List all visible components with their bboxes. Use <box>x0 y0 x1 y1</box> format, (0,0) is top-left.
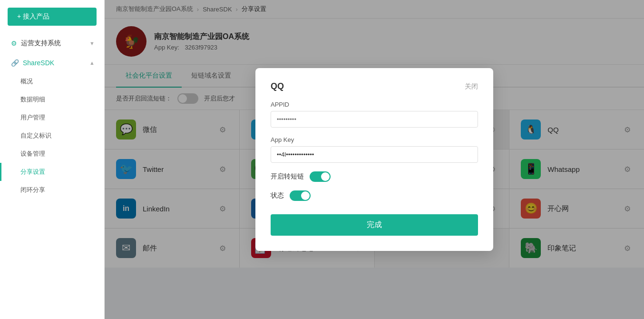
expand-icon: ▼ <box>89 40 95 46</box>
modal-close-btn[interactable]: 关闭 <box>465 82 478 91</box>
modal-status-row: 状态 <box>271 190 478 201</box>
sidebar: + 接入产品 ⚙ 运营支持系统 ▼ 🔗 ShareSDK ▲ 概况 数据明细 用… <box>0 0 105 319</box>
sidebar-item-loop-share[interactable]: 闭环分享 <box>0 181 104 199</box>
modal-appkey-label: App Key <box>271 136 478 143</box>
modal-qq: QQ 关闭 APPID App Key 开启转短链 状态 完成 <box>255 68 493 251</box>
modal-appid-label: APPID <box>271 101 478 108</box>
modal-status-toggle[interactable] <box>290 190 311 201</box>
sidebar-item-label: 自定义标识 <box>20 131 51 140</box>
modal-appkey-input[interactable] <box>271 146 478 163</box>
collapse-icon: ▲ <box>89 60 95 66</box>
sidebar-item-label: 概况 <box>20 77 33 86</box>
modal-header: QQ 关闭 <box>271 81 478 91</box>
operations-icon: ⚙ <box>11 40 17 47</box>
sidebar-item-users[interactable]: 用户管理 <box>0 109 104 127</box>
modal-backdrop[interactable]: QQ 关闭 APPID App Key 开启转短链 状态 完成 <box>105 0 644 319</box>
sidebar-item-label: 运营支持系统 <box>21 39 61 48</box>
sidebar-item-overview[interactable]: 概况 <box>0 72 104 90</box>
sidebar-item-data[interactable]: 数据明细 <box>0 90 104 109</box>
modal-appkey-field: App Key <box>271 136 478 163</box>
sidebar-item-label: 数据明细 <box>20 95 45 104</box>
sharesdk-icon: 🔗 <box>11 59 19 67</box>
modal-short-link-label: 开启转短链 <box>271 172 304 181</box>
modal-short-link-row: 开启转短链 <box>271 171 478 182</box>
sidebar-item-label: ShareSDK <box>23 59 54 67</box>
sidebar-item-share-settings[interactable]: 分享设置 <box>0 163 104 181</box>
modal-appid-field: APPID <box>271 101 478 128</box>
sidebar-item-label: 闭环分享 <box>20 186 45 194</box>
modal-status-label: 状态 <box>271 191 284 200</box>
sidebar-item-devices[interactable]: 设备管理 <box>0 145 104 163</box>
modal-appid-input[interactable] <box>271 111 478 128</box>
sidebar-item-operations[interactable]: ⚙ 运营支持系统 ▼ <box>0 33 104 53</box>
modal-submit-btn[interactable]: 完成 <box>271 214 478 236</box>
sidebar-menu: ⚙ 运营支持系统 ▼ 🔗 ShareSDK ▲ 概况 数据明细 用户管理 自定义… <box>0 33 104 199</box>
add-product-button[interactable]: + 接入产品 <box>8 8 97 26</box>
sidebar-item-label: 分享设置 <box>20 168 45 176</box>
modal-short-link-toggle[interactable] <box>310 171 331 182</box>
sidebar-item-label: 用户管理 <box>20 113 45 122</box>
sidebar-item-label: 设备管理 <box>20 150 45 158</box>
sidebar-item-sharesdk[interactable]: 🔗 ShareSDK ▲ <box>0 53 104 72</box>
modal-title: QQ <box>271 81 284 91</box>
main-content: 南京智能制造产业园OA系统 › ShareSDK › 分享设置 🐓 南京智能制造… <box>105 0 644 319</box>
sidebar-item-tags[interactable]: 自定义标识 <box>0 127 104 145</box>
